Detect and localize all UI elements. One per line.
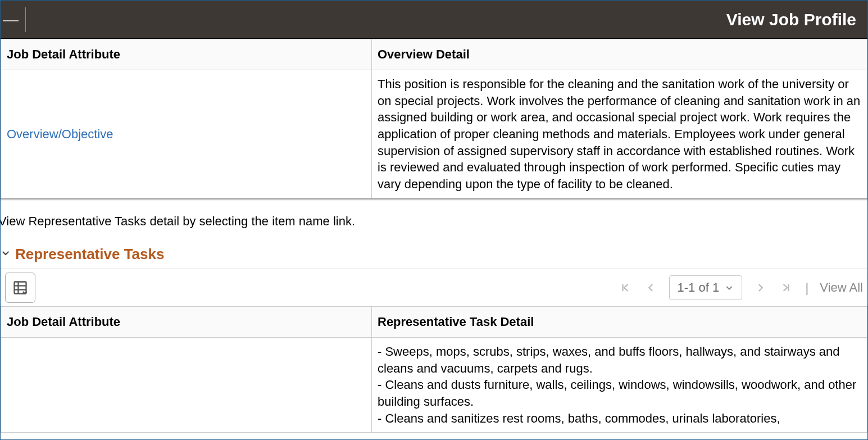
tasks-instruction: View Representative Tasks detail by sele…	[0, 199, 867, 243]
page-title: View Job Profile	[726, 10, 856, 29]
pager-separator: |	[804, 280, 810, 296]
table-row: - Sweeps, mops, scrubs, strips, waxes, a…	[1, 337, 867, 432]
chevron-right-icon	[755, 282, 765, 294]
tasks-detail-cell: - Sweeps, mops, scrubs, strips, waxes, a…	[372, 337, 867, 432]
pager-last-button[interactable]	[778, 282, 794, 294]
first-page-icon	[620, 282, 630, 294]
pager: 1-1 of 1 | View All	[617, 275, 863, 300]
pager-prev-button[interactable]	[643, 282, 659, 294]
overview-table: Job Detail Attribute Overview Detail Ove…	[1, 39, 867, 199]
representative-tasks-header[interactable]: Representative Tasks	[1, 243, 867, 269]
overview-objective-link[interactable]: Overview/Objective	[7, 127, 113, 141]
chevron-left-icon	[646, 282, 656, 294]
overview-col-detail: Overview Detail	[372, 39, 867, 70]
pager-range-button[interactable]: 1-1 of 1	[669, 275, 743, 300]
chevron-down-icon	[725, 283, 734, 292]
grid-icon	[12, 280, 28, 296]
view-all-link[interactable]: View All	[820, 280, 863, 295]
table-row: Overview/Objective This position is resp…	[1, 70, 867, 199]
menu-toggle-icon[interactable]: —	[3, 12, 19, 28]
header-divider	[25, 7, 26, 32]
tasks-table: Job Detail Attribute Representative Task…	[1, 306, 867, 433]
grid-action-menu-button[interactable]	[5, 273, 35, 303]
pager-first-button[interactable]	[617, 282, 633, 294]
overview-detail-cell: This position is responsible for the cle…	[372, 70, 867, 199]
svg-rect-0	[15, 282, 26, 293]
tasks-attr-cell	[1, 337, 372, 432]
tasks-col-attr: Job Detail Attribute	[1, 306, 372, 337]
tasks-toolbar: 1-1 of 1 | View All	[1, 269, 867, 306]
chevron-down-icon	[1, 248, 11, 261]
tasks-col-detail: Representative Task Detail	[372, 306, 867, 337]
overview-col-attr: Job Detail Attribute	[1, 39, 372, 70]
section-title: Representative Tasks	[15, 246, 164, 263]
pager-next-button[interactable]	[752, 282, 768, 294]
last-page-icon	[781, 282, 791, 294]
page-header: — View Job Profile	[1, 1, 867, 39]
pager-range-text: 1-1 of 1	[678, 280, 720, 295]
